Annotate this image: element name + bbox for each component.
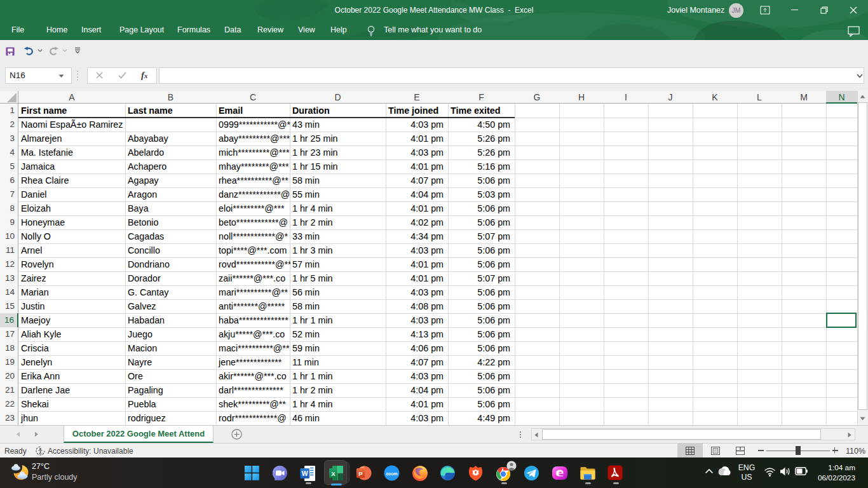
svg-text:W: W — [302, 470, 308, 477]
svg-text:P: P — [358, 470, 363, 477]
svg-text:zoom: zoom — [386, 471, 397, 476]
svg-text:X: X — [331, 470, 336, 477]
